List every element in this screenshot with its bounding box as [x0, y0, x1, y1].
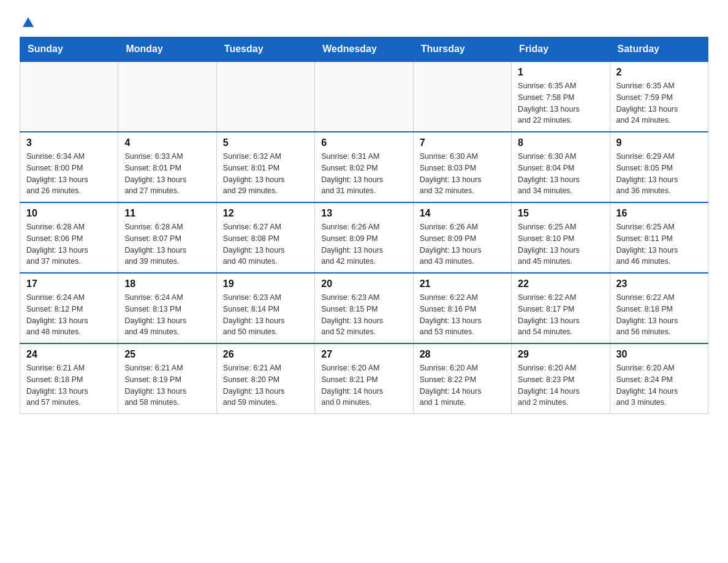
calendar-cell: [118, 61, 216, 132]
calendar-cell: 5Sunrise: 6:32 AMSunset: 8:01 PMDaylight…: [216, 132, 314, 202]
calendar-cell: 2Sunrise: 6:35 AMSunset: 7:59 PMDaylight…: [610, 61, 708, 132]
day-number: 21: [420, 278, 505, 289]
calendar-cell: 10Sunrise: 6:28 AMSunset: 8:06 PMDayligh…: [20, 202, 118, 273]
calendar-week-row: 3Sunrise: 6:34 AMSunset: 8:00 PMDaylight…: [20, 132, 708, 202]
calendar-cell: 8Sunrise: 6:30 AMSunset: 8:04 PMDaylight…: [512, 132, 610, 202]
calendar-cell: 28Sunrise: 6:20 AMSunset: 8:22 PMDayligh…: [413, 343, 511, 414]
day-number: 1: [518, 67, 603, 78]
day-number: 20: [321, 278, 406, 289]
day-number: 19: [223, 278, 308, 289]
calendar-cell: 14Sunrise: 6:26 AMSunset: 8:09 PMDayligh…: [413, 202, 511, 273]
calendar-cell: [315, 61, 413, 132]
day-info: Sunrise: 6:35 AMSunset: 7:59 PMDaylight:…: [616, 80, 702, 126]
day-number: 29: [518, 349, 603, 360]
day-info: Sunrise: 6:35 AMSunset: 7:58 PMDaylight:…: [518, 80, 603, 126]
day-info: Sunrise: 6:30 AMSunset: 8:04 PMDaylight:…: [518, 151, 603, 197]
day-info: Sunrise: 6:24 AMSunset: 8:12 PMDaylight:…: [26, 292, 112, 338]
day-number: 28: [420, 349, 505, 360]
logo-triangle-icon: [21, 16, 35, 29]
page-header: [20, 15, 708, 29]
day-info: Sunrise: 6:20 AMSunset: 8:23 PMDaylight:…: [518, 362, 603, 408]
calendar-cell: [216, 61, 314, 132]
day-info: Sunrise: 6:21 AMSunset: 8:19 PMDaylight:…: [124, 362, 210, 408]
day-info: Sunrise: 6:27 AMSunset: 8:08 PMDaylight:…: [223, 221, 308, 267]
calendar-cell: 15Sunrise: 6:25 AMSunset: 8:10 PMDayligh…: [512, 202, 610, 273]
day-info: Sunrise: 6:22 AMSunset: 8:17 PMDaylight:…: [518, 292, 603, 338]
calendar-cell: 11Sunrise: 6:28 AMSunset: 8:07 PMDayligh…: [118, 202, 216, 273]
day-info: Sunrise: 6:34 AMSunset: 8:00 PMDaylight:…: [26, 151, 112, 197]
day-number: 9: [616, 137, 702, 148]
svg-marker-0: [23, 17, 34, 27]
day-info: Sunrise: 6:28 AMSunset: 8:07 PMDaylight:…: [124, 221, 210, 267]
day-number: 13: [321, 208, 406, 219]
day-number: 25: [124, 349, 210, 360]
calendar-cell: 20Sunrise: 6:23 AMSunset: 8:15 PMDayligh…: [315, 273, 413, 343]
day-number: 14: [420, 208, 505, 219]
day-info: Sunrise: 6:25 AMSunset: 8:10 PMDaylight:…: [518, 221, 603, 267]
day-number: 15: [518, 208, 603, 219]
day-number: 22: [518, 278, 603, 289]
day-info: Sunrise: 6:26 AMSunset: 8:09 PMDaylight:…: [321, 221, 406, 267]
calendar-cell: 1Sunrise: 6:35 AMSunset: 7:58 PMDaylight…: [512, 61, 610, 132]
day-number: 4: [124, 137, 210, 148]
day-info: Sunrise: 6:21 AMSunset: 8:20 PMDaylight:…: [223, 362, 308, 408]
day-number: 11: [124, 208, 210, 219]
calendar-cell: 26Sunrise: 6:21 AMSunset: 8:20 PMDayligh…: [216, 343, 314, 414]
calendar-cell: 16Sunrise: 6:25 AMSunset: 8:11 PMDayligh…: [610, 202, 708, 273]
day-info: Sunrise: 6:25 AMSunset: 8:11 PMDaylight:…: [616, 221, 702, 267]
calendar-week-row: 24Sunrise: 6:21 AMSunset: 8:18 PMDayligh…: [20, 343, 708, 414]
calendar-cell: 21Sunrise: 6:22 AMSunset: 8:16 PMDayligh…: [413, 273, 511, 343]
day-number: 30: [616, 349, 702, 360]
weekday-header-friday: Friday: [512, 37, 610, 62]
calendar-cell: 17Sunrise: 6:24 AMSunset: 8:12 PMDayligh…: [20, 273, 118, 343]
weekday-header-thursday: Thursday: [413, 37, 511, 62]
day-number: 12: [223, 208, 308, 219]
calendar-cell: 7Sunrise: 6:30 AMSunset: 8:03 PMDaylight…: [413, 132, 511, 202]
day-info: Sunrise: 6:31 AMSunset: 8:02 PMDaylight:…: [321, 151, 406, 197]
calendar-cell: 23Sunrise: 6:22 AMSunset: 8:18 PMDayligh…: [610, 273, 708, 343]
day-info: Sunrise: 6:24 AMSunset: 8:13 PMDaylight:…: [124, 292, 210, 338]
calendar-cell: 3Sunrise: 6:34 AMSunset: 8:00 PMDaylight…: [20, 132, 118, 202]
calendar-week-row: 10Sunrise: 6:28 AMSunset: 8:06 PMDayligh…: [20, 202, 708, 273]
day-number: 6: [321, 137, 406, 148]
day-number: 10: [26, 208, 112, 219]
calendar-cell: 19Sunrise: 6:23 AMSunset: 8:14 PMDayligh…: [216, 273, 314, 343]
calendar-cell: [413, 61, 511, 132]
day-number: 2: [616, 67, 702, 78]
day-info: Sunrise: 6:20 AMSunset: 8:24 PMDaylight:…: [616, 362, 702, 408]
calendar-cell: 12Sunrise: 6:27 AMSunset: 8:08 PMDayligh…: [216, 202, 314, 273]
day-info: Sunrise: 6:22 AMSunset: 8:18 PMDaylight:…: [616, 292, 702, 338]
calendar-week-row: 1Sunrise: 6:35 AMSunset: 7:58 PMDaylight…: [20, 61, 708, 132]
day-number: 23: [616, 278, 702, 289]
day-info: Sunrise: 6:33 AMSunset: 8:01 PMDaylight:…: [124, 151, 210, 197]
day-number: 3: [26, 137, 112, 148]
day-number: 27: [321, 349, 406, 360]
calendar-cell: 25Sunrise: 6:21 AMSunset: 8:19 PMDayligh…: [118, 343, 216, 414]
calendar-cell: 13Sunrise: 6:26 AMSunset: 8:09 PMDayligh…: [315, 202, 413, 273]
day-info: Sunrise: 6:21 AMSunset: 8:18 PMDaylight:…: [26, 362, 112, 408]
day-info: Sunrise: 6:20 AMSunset: 8:22 PMDaylight:…: [420, 362, 505, 408]
calendar-cell: 18Sunrise: 6:24 AMSunset: 8:13 PMDayligh…: [118, 273, 216, 343]
calendar-week-row: 17Sunrise: 6:24 AMSunset: 8:12 PMDayligh…: [20, 273, 708, 343]
calendar-table: SundayMondayTuesdayWednesdayThursdayFrid…: [20, 37, 708, 414]
day-info: Sunrise: 6:22 AMSunset: 8:16 PMDaylight:…: [420, 292, 505, 338]
day-number: 24: [26, 349, 112, 360]
calendar-cell: 27Sunrise: 6:20 AMSunset: 8:21 PMDayligh…: [315, 343, 413, 414]
calendar-cell: 9Sunrise: 6:29 AMSunset: 8:05 PMDaylight…: [610, 132, 708, 202]
calendar-header-row: SundayMondayTuesdayWednesdayThursdayFrid…: [20, 37, 708, 62]
day-number: 16: [616, 208, 702, 219]
day-info: Sunrise: 6:26 AMSunset: 8:09 PMDaylight:…: [420, 221, 505, 267]
day-number: 18: [124, 278, 210, 289]
calendar-cell: 6Sunrise: 6:31 AMSunset: 8:02 PMDaylight…: [315, 132, 413, 202]
day-info: Sunrise: 6:30 AMSunset: 8:03 PMDaylight:…: [420, 151, 505, 197]
day-info: Sunrise: 6:28 AMSunset: 8:06 PMDaylight:…: [26, 221, 112, 267]
weekday-header-sunday: Sunday: [20, 37, 118, 62]
weekday-header-monday: Monday: [118, 37, 216, 62]
day-info: Sunrise: 6:29 AMSunset: 8:05 PMDaylight:…: [616, 151, 702, 197]
calendar-cell: 24Sunrise: 6:21 AMSunset: 8:18 PMDayligh…: [20, 343, 118, 414]
day-info: Sunrise: 6:23 AMSunset: 8:15 PMDaylight:…: [321, 292, 406, 338]
day-number: 7: [420, 137, 505, 148]
weekday-header-tuesday: Tuesday: [216, 37, 314, 62]
calendar-cell: [20, 61, 118, 132]
day-info: Sunrise: 6:20 AMSunset: 8:21 PMDaylight:…: [321, 362, 406, 408]
